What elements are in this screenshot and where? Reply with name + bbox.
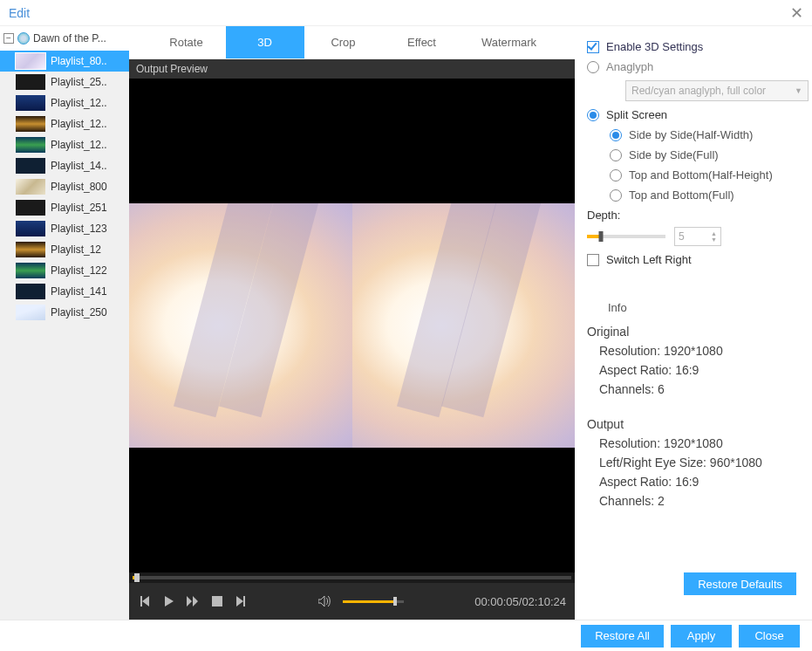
playlist-item-label: Playlist_122 [51, 264, 107, 277]
thumbnail [16, 200, 45, 216]
thumbnail [16, 95, 45, 111]
thumbnail [16, 74, 45, 90]
thumbnail [16, 158, 45, 174]
stop-icon[interactable] [211, 595, 223, 607]
playlist-item-label: Playlist_12.. [51, 97, 107, 109]
depth-thumb[interactable] [599, 231, 604, 242]
list-item[interactable]: Playlist_122 [0, 260, 129, 281]
original-aspect: Aspect Ratio: 16:9 [587, 363, 800, 377]
output-heading: Output [587, 417, 800, 431]
collapse-icon[interactable]: − [3, 33, 14, 44]
footer: Restore All Apply Close [0, 620, 812, 651]
original-resolution: Resolution: 1920*1080 [587, 344, 800, 358]
sbs-full-row[interactable]: Side by Side(Full) [587, 148, 800, 161]
anaglyph-radio[interactable] [587, 61, 599, 73]
tab-half-label: Top and Bottom(Half-Height) [629, 168, 773, 182]
enable-3d-checkbox[interactable] [587, 41, 599, 53]
enable-3d-label: Enable 3D Settings [606, 40, 703, 53]
tree-root[interactable]: − Dawn of the P... [0, 26, 129, 51]
list-item[interactable]: Playlist_141 [0, 281, 129, 302]
anaglyph-label: Anaglyph [606, 60, 653, 73]
list-item[interactable]: Playlist_25.. [0, 72, 129, 93]
enable-3d-row[interactable]: Enable 3D Settings [587, 40, 800, 53]
split-screen-label: Split Screen [606, 108, 667, 121]
switch-lr-checkbox[interactable] [587, 254, 599, 266]
window-title: Edit [9, 6, 30, 20]
sbs-half-label: Side by Side(Half-Width) [629, 128, 753, 141]
volume-slider[interactable] [343, 600, 404, 603]
disc-icon [17, 32, 30, 45]
close-button[interactable]: Close [739, 625, 800, 648]
tab-half-radio[interactable] [610, 169, 622, 182]
split-screen-row[interactable]: Split Screen [587, 108, 800, 121]
playlist-item-label: Playlist_12 [51, 243, 101, 256]
sbs-half-row[interactable]: Side by Side(Half-Width) [587, 128, 800, 141]
spinner-up-icon[interactable]: ▲ [711, 230, 717, 236]
playlist-item-label: Playlist_80.. [51, 55, 107, 67]
depth-value: 5 [679, 230, 685, 243]
prev-icon[interactable] [138, 595, 150, 607]
sidebar: − Dawn of the P... Playlist_80.. Playlis… [0, 26, 129, 620]
next-icon[interactable] [235, 595, 248, 607]
thumbnail [16, 305, 45, 320]
titlebar: Edit ✕ [0, 0, 812, 26]
list-item[interactable]: Playlist_251 [0, 197, 129, 218]
tab-effect[interactable]: Effect [383, 26, 461, 58]
depth-slider[interactable] [587, 235, 665, 238]
volume-thumb[interactable] [393, 597, 397, 606]
seek-bar[interactable] [129, 572, 575, 583]
chevron-down-icon: ▼ [795, 86, 802, 95]
sbs-full-radio[interactable] [610, 149, 622, 161]
apply-button[interactable]: Apply [671, 625, 732, 648]
depth-spinner[interactable]: 5 ▲▼ [674, 227, 721, 246]
list-item[interactable]: Playlist_12.. [0, 93, 129, 113]
list-item[interactable]: Playlist_800 [0, 176, 129, 197]
sbs-full-label: Side by Side(Full) [629, 148, 719, 161]
list-item[interactable]: Playlist_12.. [0, 134, 129, 155]
playlist-item-label: Playlist_800 [51, 181, 107, 193]
sbs-half-radio[interactable] [610, 129, 622, 141]
timecode: 00:00:05/02:10:24 [474, 595, 566, 608]
tab-3d[interactable]: 3D [226, 26, 304, 58]
info-heading: Info [608, 301, 800, 314]
anaglyph-row[interactable]: Anaglyph [587, 60, 800, 73]
thumbnail [16, 53, 45, 69]
right-eye-frame [352, 203, 576, 448]
output-aspect: Aspect Ratio: 16:9 [587, 475, 800, 489]
tree-root-label: Dawn of the P... [33, 32, 106, 45]
list-item[interactable]: Playlist_250 [0, 302, 129, 323]
split-screen-radio[interactable] [587, 109, 599, 121]
anaglyph-select[interactable]: Red/cyan anaglyph, full color ▼ [625, 80, 809, 101]
tab-crop[interactable]: Crop [304, 26, 383, 58]
player-controls: 00:00:05/02:10:24 [129, 583, 575, 620]
list-item[interactable]: Playlist_14.. [0, 155, 129, 176]
tab-rotate[interactable]: Rotate [147, 26, 226, 58]
tab-full-row[interactable]: Top and Bottom(Full) [587, 188, 800, 202]
list-item[interactable]: Playlist_12 [0, 239, 129, 260]
list-item[interactable]: Playlist_123 [0, 218, 129, 239]
play-icon[interactable] [162, 595, 174, 607]
original-heading: Original [587, 325, 800, 339]
output-channels: Channels: 2 [587, 494, 800, 508]
fast-forward-icon[interactable] [187, 595, 199, 607]
list-item[interactable]: Playlist_80.. [0, 51, 129, 72]
video-canvas [129, 79, 575, 572]
tab-half-row[interactable]: Top and Bottom(Half-Height) [587, 168, 800, 182]
switch-lr-row[interactable]: Switch Left Right [587, 253, 800, 266]
original-channels: Channels: 6 [587, 382, 800, 396]
seek-thumb[interactable] [134, 573, 140, 582]
close-icon[interactable]: ✕ [790, 3, 803, 23]
tab-watermark[interactable]: Watermark [461, 26, 557, 58]
spinner-down-icon[interactable]: ▼ [711, 236, 717, 243]
restore-defaults-button[interactable]: Restore Defaults [684, 572, 796, 595]
output-preview-label: Output Preview [129, 59, 575, 79]
tab-full-radio[interactable] [610, 189, 622, 202]
playlist-item-label: Playlist_250 [51, 306, 107, 319]
volume-icon[interactable] [318, 596, 331, 606]
restore-all-button[interactable]: Restore All [581, 625, 664, 648]
list-item[interactable]: Playlist_12.. [0, 113, 129, 134]
depth-label: Depth: [587, 209, 800, 222]
svg-rect-0 [212, 596, 222, 606]
playlist-item-label: Playlist_25.. [51, 76, 107, 88]
playlist-item-label: Playlist_14.. [51, 160, 107, 172]
